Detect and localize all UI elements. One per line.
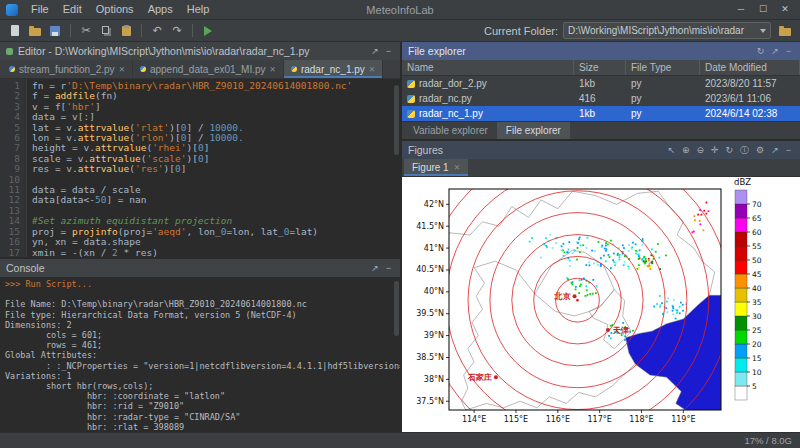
console-line: hbr: :coordinate = "latlon": [5, 391, 400, 401]
svg-text:41.5°N: 41.5°N: [416, 222, 444, 231]
chevron-down-icon[interactable]: [760, 29, 766, 33]
tab-label: radar_nc_1.py: [301, 64, 365, 75]
tab-variable-explorer[interactable]: Variable explorer: [404, 122, 497, 139]
svg-text:70: 70: [752, 200, 762, 209]
file-row-radar_nc_1.py[interactable]: radar_nc_1.py1kbpy2024/6/14 02:38: [402, 106, 800, 121]
menu-help[interactable]: Help: [180, 0, 217, 19]
tab-file-explorer[interactable]: File explorer: [497, 122, 570, 139]
minimize-panel-icon[interactable]: −: [783, 141, 794, 159]
select-arrow-icon[interactable]: ↖: [664, 141, 678, 159]
console-line: File Name: D:\Temp\binary\radar\HBR_Z901…: [5, 299, 400, 309]
redo-button[interactable]: ↷: [168, 22, 186, 40]
editor-tab-append_data_ex01_MI.py[interactable]: append_data_ex01_MI.py✕: [133, 60, 284, 78]
run-script-button[interactable]: [199, 22, 217, 40]
pan-icon[interactable]: ✛: [708, 141, 722, 159]
console-panel-title: Console: [6, 262, 45, 274]
new-script-button[interactable]: [6, 22, 24, 40]
paste-button[interactable]: [117, 22, 135, 40]
settings-icon[interactable]: ⚙: [753, 141, 767, 159]
file-table-header: NameSizeFile TypeDate Modified: [402, 60, 800, 76]
zoom-in-icon[interactable]: ⊕: [679, 141, 693, 159]
figures-toolbar: ↖⊕⊖✛↻ⓘ⚙↗−: [664, 141, 794, 159]
svg-text:45: 45: [752, 270, 762, 279]
minimize-panel-icon[interactable]: −: [383, 42, 394, 60]
close-tab-icon[interactable]: ✕: [270, 65, 276, 74]
meteoinfolab-window: FileEditOptionsAppsHelp MeteoInfoLab ─☐✕…: [0, 0, 800, 448]
menu-apps[interactable]: Apps: [141, 0, 180, 19]
svg-text:15: 15: [752, 354, 762, 363]
menu-edit[interactable]: Edit: [56, 0, 89, 19]
choose-folder-button[interactable]: [776, 22, 794, 40]
minimize-panel-icon[interactable]: −: [383, 259, 394, 277]
minimize-window-button[interactable]: ─: [730, 0, 752, 19]
paste-button: [122, 26, 131, 36]
code-line[interactable]: 16yn, xn = data.shape: [0, 237, 400, 247]
close-tab-icon[interactable]: ✕: [454, 163, 460, 172]
svg-text:40°N: 40°N: [424, 287, 444, 296]
column-header-date-modified[interactable]: Date Modified: [700, 60, 800, 75]
file-type-cell: py: [626, 78, 700, 89]
console-scrollbar[interactable]: [394, 281, 399, 336]
column-header-name[interactable]: Name: [402, 60, 574, 75]
menu-file[interactable]: File: [24, 0, 56, 19]
file-row-radar_nc.py[interactable]: radar_nc.py416py2023/6/1 11:06: [402, 91, 800, 106]
figure-canvas[interactable]: 北京天津石家庄114°E115°E116°E117°E118°E119°E37.…: [402, 177, 800, 432]
float-panel-icon[interactable]: ↗: [368, 42, 382, 60]
editor-panel-title: Editor - D:\Working\MIScript\Jython\mis\…: [18, 45, 310, 57]
line-number: 2: [0, 91, 26, 101]
file-name: radar_nc.py: [419, 93, 472, 104]
left-column: Editor - D:\Working\MIScript\Jython\mis\…: [0, 42, 400, 432]
identify-icon[interactable]: ⓘ: [737, 141, 752, 159]
close-tab-icon[interactable]: ✕: [119, 65, 125, 74]
console-line: rows = 461;: [5, 340, 400, 350]
code-editor[interactable]: 1fn = r'D:\Temp\binary\radar\HBR_Z9010_2…: [0, 79, 400, 257]
current-folder-group: Current Folder: D:\Working\MIScript\Jyth…: [484, 22, 794, 40]
svg-text:石家庄: 石家庄: [467, 372, 492, 382]
zoom-out-icon[interactable]: ⊖: [693, 141, 707, 159]
line-number: 17: [0, 248, 26, 258]
float-panel-icon[interactable]: ↗: [768, 42, 782, 60]
float-panel-icon[interactable]: ↗: [768, 141, 782, 159]
code-line[interactable]: 9res = v.attrvalue('res')[0]: [0, 164, 400, 174]
svg-text:40: 40: [752, 284, 762, 293]
copy-button: [102, 26, 109, 34]
toolbar-buttons: ✂↶↷: [6, 22, 217, 40]
open-file-button[interactable]: [26, 22, 44, 40]
code-text: data[data<-50] = nan: [26, 195, 146, 205]
memory-indicator[interactable]: 17% / 8.0G: [744, 435, 792, 446]
column-header-size[interactable]: Size: [574, 60, 626, 75]
svg-text:118°E: 118°E: [629, 415, 653, 424]
window-controls: ─☐✕: [730, 0, 796, 19]
save-button[interactable]: [46, 22, 64, 40]
tab-figure-1[interactable]: Figure 1 ✕: [404, 159, 468, 176]
figures-panel-title: Figures: [408, 144, 443, 156]
current-folder-combobox[interactable]: D:\Working\MIScript\Jython\mis\io\radar: [563, 22, 771, 39]
line-number: 4: [0, 112, 26, 122]
rotate-icon[interactable]: ↻: [723, 141, 737, 159]
refresh-icon[interactable]: ↻: [754, 42, 768, 60]
svg-text:39.5°N: 39.5°N: [416, 309, 444, 318]
editor-tab-stream_function_2.py[interactable]: stream_function_2.py✕: [2, 60, 133, 78]
undo-button[interactable]: ↶: [148, 22, 166, 40]
cut-button[interactable]: ✂: [77, 22, 95, 40]
radar-map-figure[interactable]: 北京天津石家庄114°E115°E116°E117°E118°E119°E37.…: [403, 177, 799, 432]
console-line: short hbr(rows,cols);: [5, 381, 400, 391]
column-header-file-type[interactable]: File Type: [626, 60, 700, 75]
float-panel-icon[interactable]: ↗: [368, 259, 382, 277]
file-explorer-title: File explorer: [408, 45, 466, 57]
close-tab-icon[interactable]: ✕: [369, 65, 375, 74]
code-line[interactable]: 17xmin = -(xn / 2 * res): [0, 248, 400, 258]
console-line: : :_NCProperties = "version=1|netcdflibv…: [5, 361, 400, 371]
file-name-cell: radar_nc.py: [402, 93, 574, 104]
undo-button: ↶: [152, 25, 161, 36]
editor-tab-radar_nc_1.py[interactable]: radar_nc_1.py✕: [284, 60, 383, 78]
maximize-window-button[interactable]: ☐: [752, 0, 774, 19]
file-row-radar_dor_2.py[interactable]: radar_dor_2.py1kbpy2023/8/20 11:57: [402, 76, 800, 91]
menu-options[interactable]: Options: [89, 0, 141, 19]
close-window-button[interactable]: ✕: [774, 0, 796, 19]
copy-button[interactable]: [97, 22, 115, 40]
code-line[interactable]: 12data[data<-50] = nan: [0, 195, 400, 205]
svg-text:38.5°N: 38.5°N: [416, 353, 444, 362]
console-output[interactable]: >>> Run Script... File Name: D:\Temp\bin…: [0, 277, 400, 432]
minimize-panel-icon[interactable]: −: [783, 42, 794, 60]
